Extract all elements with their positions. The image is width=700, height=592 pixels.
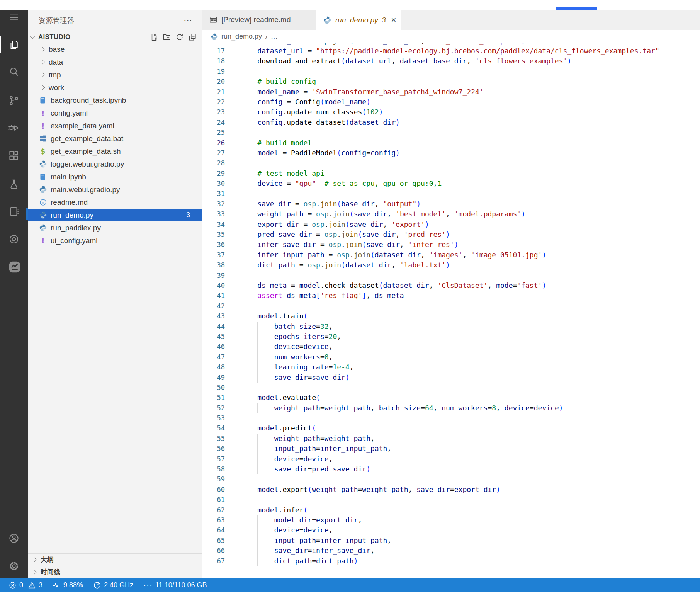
code-line-49[interactable]: 49 save_dir=save_dir)	[202, 373, 700, 383]
account-icon[interactable]	[8, 532, 20, 544]
line-number[interactable]: 45	[202, 332, 225, 342]
monitor-icon[interactable]	[8, 260, 20, 272]
line-content[interactable]	[241, 270, 700, 281]
code-line-44[interactable]: 44 batch_size=32,	[202, 322, 700, 332]
search-icon[interactable]	[8, 66, 20, 77]
code-line-58[interactable]: 58 save_dir=pred_save_dir)	[202, 464, 700, 474]
line-content[interactable]: dataset_url = "https://paddle-model-ecol…	[241, 46, 700, 56]
line-number[interactable]: 49	[202, 373, 225, 383]
code-line-50[interactable]: 50	[202, 383, 700, 393]
line-number[interactable]: 29	[202, 168, 225, 179]
tree-item-config.yaml[interactable]: !config.yaml	[28, 107, 202, 119]
breadcrumb-file[interactable]: run_demo.py	[221, 32, 262, 41]
line-content[interactable]: save_dir=pred_save_dir)	[241, 464, 700, 474]
explorer-section-header[interactable]: AISTUDIO	[28, 31, 202, 43]
line-content[interactable]: input_path=infer_input_path,	[241, 444, 700, 454]
status-dots-item[interactable]: ···11.10/110.06 GB	[143, 581, 207, 589]
line-content[interactable]	[241, 495, 700, 505]
sidebar-section-大纲[interactable]: 大纲	[28, 553, 202, 566]
line-content[interactable]: ds_meta = model.check_dataset(dataset_di…	[241, 281, 700, 291]
line-number[interactable]: 37	[202, 250, 225, 260]
code-line-38[interactable]: 38 dict_path = osp.join(dataset_dir, 'la…	[202, 260, 700, 270]
line-content[interactable]: model_dir=export_dir,	[241, 515, 700, 525]
line-content[interactable]: num_workers=8,	[241, 352, 700, 362]
tree-item-base[interactable]: base	[28, 43, 202, 56]
tree-item-logger.webui.gradio.py[interactable]: logger.webui.gradio.py	[28, 158, 202, 170]
line-content[interactable]: input_path=infer_input_path,	[241, 536, 700, 546]
code-line-21[interactable]: 21 model_name = 'SwinTransformer_base_pa…	[202, 87, 700, 97]
line-content[interactable]	[241, 66, 700, 77]
notebook-icon[interactable]	[8, 206, 20, 217]
new-folder-icon[interactable]	[163, 33, 171, 41]
line-content[interactable]: model = PaddleModel(config=config)	[241, 148, 700, 158]
line-number[interactable]: 53	[202, 413, 225, 423]
code-line-46[interactable]: 46 device=device,	[202, 342, 700, 352]
line-content[interactable]	[241, 189, 700, 199]
line-content[interactable]: weight_path=weight_path, batch_size=64, …	[241, 403, 700, 413]
line-number[interactable]: 30	[202, 179, 225, 189]
testing-icon[interactable]	[8, 179, 20, 190]
status-error-circle-item[interactable]: 0	[8, 581, 23, 589]
new-file-icon[interactable]	[150, 33, 158, 41]
code-line-66[interactable]: 66 save_dir=infer_save_dir,	[202, 546, 700, 556]
code-line-18[interactable]: 18 download_and_extract(dataset_url, dat…	[202, 56, 700, 66]
tree-item-data[interactable]: data	[28, 56, 202, 68]
line-content[interactable]: dict_path=dict_path)	[241, 556, 700, 566]
tree-item-work[interactable]: work	[28, 81, 202, 94]
line-content[interactable]: save_dir=save_dir)	[241, 373, 700, 383]
line-content[interactable]: device=device,	[241, 525, 700, 535]
code-line-51[interactable]: 51 model.evaluate(	[202, 393, 700, 403]
code-line-35[interactable]: 35 pred_save_dir = osp.join(save_dir, 'p…	[202, 230, 700, 240]
tree-item-run_demo.py[interactable]: run_demo.py3	[28, 209, 202, 221]
line-content[interactable]: export_dir = osp.join(save_dir, 'export'…	[241, 219, 700, 230]
code-line-36[interactable]: 36 infer_save_dir = osp.join(save_dir, '…	[202, 240, 700, 250]
code-line-34[interactable]: 34 export_dir = osp.join(save_dir, 'expo…	[202, 219, 700, 230]
line-number[interactable]: 67	[202, 556, 225, 566]
code-line-28[interactable]: 28	[202, 158, 700, 168]
tree-item-ui_config.yaml[interactable]: !ui_config.yaml	[28, 234, 202, 247]
line-content[interactable]: device=device,	[241, 342, 700, 352]
line-number[interactable]: 18	[202, 56, 225, 66]
line-number[interactable]: 52	[202, 403, 225, 413]
refresh-icon[interactable]	[175, 33, 184, 41]
code-editor[interactable]: dataset_dir = osp.join(dataset_base_dir,…	[202, 43, 700, 578]
line-content[interactable]: model.train(	[241, 311, 700, 321]
code-line-17[interactable]: 17 dataset_url = "https://paddle-model-e…	[202, 46, 700, 56]
line-content[interactable]: batch_size=32,	[241, 322, 700, 332]
line-content[interactable]: # build model	[241, 138, 700, 148]
line-content[interactable]: model.evaluate(	[241, 393, 700, 403]
line-number[interactable]: 21	[202, 87, 225, 97]
line-number[interactable]: 44	[202, 322, 225, 332]
tree-item-main.ipynb[interactable]: main.ipynb	[28, 170, 202, 183]
code-line-25[interactable]: 25	[202, 128, 700, 138]
line-number[interactable]: 55	[202, 434, 225, 444]
code-line-63[interactable]: 63 model_dir=export_dir,	[202, 515, 700, 525]
line-content[interactable]	[241, 128, 700, 138]
line-number[interactable]: 26	[202, 138, 225, 148]
line-number[interactable]: 66	[202, 546, 225, 556]
line-content[interactable]: config = Config(model_name)	[241, 97, 700, 107]
line-content[interactable]: model.infer(	[241, 505, 700, 515]
line-content[interactable]: download_and_extract(dataset_url, datase…	[241, 56, 700, 66]
tree-item-example_data.yaml[interactable]: !example_data.yaml	[28, 119, 202, 132]
line-number[interactable]: 57	[202, 454, 225, 464]
more-actions-icon[interactable]: ⋯	[183, 19, 193, 22]
line-number[interactable]: 28	[202, 158, 225, 168]
tree-item-get_example_data.bat[interactable]: get_example_data.bat	[28, 132, 202, 145]
line-number[interactable]: 43	[202, 311, 225, 321]
code-line-33[interactable]: 33 weight_path = osp.join(save_dir, 'bes…	[202, 209, 700, 219]
line-number[interactable]: 20	[202, 77, 225, 87]
line-number[interactable]: 25	[202, 128, 225, 138]
line-number[interactable]: 23	[202, 107, 225, 117]
settings-icon[interactable]	[8, 560, 20, 572]
line-content[interactable]: model_name = 'SwinTransformer_base_patch…	[241, 87, 700, 97]
line-content[interactable]: pred_save_dir = osp.join(save_dir, 'pred…	[241, 230, 700, 240]
breadcrumb[interactable]: run_demo.py › …	[202, 30, 700, 43]
code-line-29[interactable]: 29 # test model api	[202, 168, 700, 179]
status-gauge-item[interactable]: 2.40 GHz	[93, 581, 133, 589]
code-line-45[interactable]: 45 epochs_iters=20,	[202, 332, 700, 342]
code-line-31[interactable]: 31	[202, 189, 700, 199]
code-line-27[interactable]: 27 model = PaddleModel(config=config)	[202, 148, 700, 158]
line-number[interactable]: 31	[202, 189, 225, 199]
line-number[interactable]: 54	[202, 423, 225, 433]
